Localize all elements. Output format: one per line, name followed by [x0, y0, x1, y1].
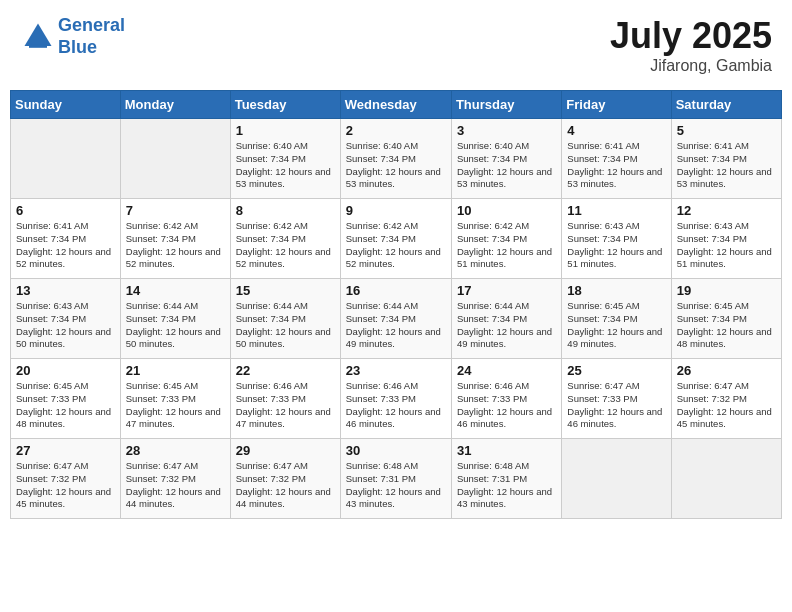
day-number: 31 — [457, 443, 556, 458]
day-number: 14 — [126, 283, 225, 298]
day-info: Sunrise: 6:43 AMSunset: 7:34 PMDaylight:… — [16, 300, 111, 349]
day-number: 9 — [346, 203, 446, 218]
day-of-week-header: Friday — [562, 91, 671, 119]
logo-general: General — [58, 15, 125, 35]
title-block: July 2025 Jifarong, Gambia — [610, 15, 772, 75]
day-number: 17 — [457, 283, 556, 298]
day-info: Sunrise: 6:41 AMSunset: 7:34 PMDaylight:… — [567, 140, 662, 189]
day-info: Sunrise: 6:45 AMSunset: 7:33 PMDaylight:… — [16, 380, 111, 429]
day-of-week-header: Tuesday — [230, 91, 340, 119]
day-number: 15 — [236, 283, 335, 298]
day-number: 20 — [16, 363, 115, 378]
day-info: Sunrise: 6:45 AMSunset: 7:34 PMDaylight:… — [567, 300, 662, 349]
day-info: Sunrise: 6:46 AMSunset: 7:33 PMDaylight:… — [346, 380, 441, 429]
day-info: Sunrise: 6:42 AMSunset: 7:34 PMDaylight:… — [457, 220, 552, 269]
calendar-week-row: 13 Sunrise: 6:43 AMSunset: 7:34 PMDaylig… — [11, 279, 782, 359]
svg-rect-1 — [29, 44, 47, 48]
day-number: 13 — [16, 283, 115, 298]
calendar-day-cell: 23 Sunrise: 6:46 AMSunset: 7:33 PMDaylig… — [340, 359, 451, 439]
day-number: 30 — [346, 443, 446, 458]
calendar-day-cell: 13 Sunrise: 6:43 AMSunset: 7:34 PMDaylig… — [11, 279, 121, 359]
calendar-day-cell: 30 Sunrise: 6:48 AMSunset: 7:31 PMDaylig… — [340, 439, 451, 519]
day-info: Sunrise: 6:41 AMSunset: 7:34 PMDaylight:… — [677, 140, 772, 189]
day-number: 24 — [457, 363, 556, 378]
day-info: Sunrise: 6:41 AMSunset: 7:34 PMDaylight:… — [16, 220, 111, 269]
calendar-day-cell: 6 Sunrise: 6:41 AMSunset: 7:34 PMDayligh… — [11, 199, 121, 279]
day-info: Sunrise: 6:48 AMSunset: 7:31 PMDaylight:… — [457, 460, 552, 509]
day-info: Sunrise: 6:42 AMSunset: 7:34 PMDaylight:… — [236, 220, 331, 269]
calendar-day-cell — [120, 119, 230, 199]
month-title: July 2025 — [610, 15, 772, 57]
day-info: Sunrise: 6:43 AMSunset: 7:34 PMDaylight:… — [567, 220, 662, 269]
day-info: Sunrise: 6:47 AMSunset: 7:32 PMDaylight:… — [16, 460, 111, 509]
page-header: General Blue July 2025 Jifarong, Gambia — [10, 10, 782, 80]
calendar-day-cell: 24 Sunrise: 6:46 AMSunset: 7:33 PMDaylig… — [451, 359, 561, 439]
calendar-day-cell: 29 Sunrise: 6:47 AMSunset: 7:32 PMDaylig… — [230, 439, 340, 519]
calendar-week-row: 1 Sunrise: 6:40 AMSunset: 7:34 PMDayligh… — [11, 119, 782, 199]
calendar-table: SundayMondayTuesdayWednesdayThursdayFrid… — [10, 90, 782, 519]
calendar-day-cell: 5 Sunrise: 6:41 AMSunset: 7:34 PMDayligh… — [671, 119, 781, 199]
day-of-week-header: Saturday — [671, 91, 781, 119]
day-number: 5 — [677, 123, 776, 138]
day-info: Sunrise: 6:46 AMSunset: 7:33 PMDaylight:… — [236, 380, 331, 429]
day-number: 22 — [236, 363, 335, 378]
day-info: Sunrise: 6:48 AMSunset: 7:31 PMDaylight:… — [346, 460, 441, 509]
day-info: Sunrise: 6:40 AMSunset: 7:34 PMDaylight:… — [457, 140, 552, 189]
day-number: 16 — [346, 283, 446, 298]
day-number: 12 — [677, 203, 776, 218]
calendar-day-cell: 22 Sunrise: 6:46 AMSunset: 7:33 PMDaylig… — [230, 359, 340, 439]
calendar-day-cell: 14 Sunrise: 6:44 AMSunset: 7:34 PMDaylig… — [120, 279, 230, 359]
calendar-day-cell: 11 Sunrise: 6:43 AMSunset: 7:34 PMDaylig… — [562, 199, 671, 279]
calendar-day-cell: 17 Sunrise: 6:44 AMSunset: 7:34 PMDaylig… — [451, 279, 561, 359]
calendar-day-cell: 20 Sunrise: 6:45 AMSunset: 7:33 PMDaylig… — [11, 359, 121, 439]
location-title: Jifarong, Gambia — [610, 57, 772, 75]
calendar-day-cell: 21 Sunrise: 6:45 AMSunset: 7:33 PMDaylig… — [120, 359, 230, 439]
day-number: 3 — [457, 123, 556, 138]
day-info: Sunrise: 6:43 AMSunset: 7:34 PMDaylight:… — [677, 220, 772, 269]
day-info: Sunrise: 6:44 AMSunset: 7:34 PMDaylight:… — [126, 300, 221, 349]
calendar-day-cell: 12 Sunrise: 6:43 AMSunset: 7:34 PMDaylig… — [671, 199, 781, 279]
calendar-day-cell: 26 Sunrise: 6:47 AMSunset: 7:32 PMDaylig… — [671, 359, 781, 439]
calendar-day-cell — [671, 439, 781, 519]
day-of-week-header: Sunday — [11, 91, 121, 119]
logo-blue: Blue — [58, 37, 97, 57]
day-number: 8 — [236, 203, 335, 218]
logo-icon — [20, 19, 56, 55]
day-info: Sunrise: 6:47 AMSunset: 7:33 PMDaylight:… — [567, 380, 662, 429]
calendar-week-row: 6 Sunrise: 6:41 AMSunset: 7:34 PMDayligh… — [11, 199, 782, 279]
day-number: 27 — [16, 443, 115, 458]
day-number: 19 — [677, 283, 776, 298]
calendar-day-cell: 3 Sunrise: 6:40 AMSunset: 7:34 PMDayligh… — [451, 119, 561, 199]
day-info: Sunrise: 6:44 AMSunset: 7:34 PMDaylight:… — [457, 300, 552, 349]
calendar-day-cell: 31 Sunrise: 6:48 AMSunset: 7:31 PMDaylig… — [451, 439, 561, 519]
day-info: Sunrise: 6:47 AMSunset: 7:32 PMDaylight:… — [126, 460, 221, 509]
day-of-week-header: Wednesday — [340, 91, 451, 119]
day-number: 18 — [567, 283, 665, 298]
day-info: Sunrise: 6:44 AMSunset: 7:34 PMDaylight:… — [346, 300, 441, 349]
day-number: 11 — [567, 203, 665, 218]
day-number: 4 — [567, 123, 665, 138]
day-info: Sunrise: 6:45 AMSunset: 7:33 PMDaylight:… — [126, 380, 221, 429]
calendar-day-cell: 9 Sunrise: 6:42 AMSunset: 7:34 PMDayligh… — [340, 199, 451, 279]
day-number: 26 — [677, 363, 776, 378]
calendar-week-row: 20 Sunrise: 6:45 AMSunset: 7:33 PMDaylig… — [11, 359, 782, 439]
calendar-day-cell: 18 Sunrise: 6:45 AMSunset: 7:34 PMDaylig… — [562, 279, 671, 359]
svg-marker-0 — [25, 23, 52, 46]
day-number: 7 — [126, 203, 225, 218]
calendar-day-cell — [11, 119, 121, 199]
calendar-header-row: SundayMondayTuesdayWednesdayThursdayFrid… — [11, 91, 782, 119]
calendar-day-cell: 25 Sunrise: 6:47 AMSunset: 7:33 PMDaylig… — [562, 359, 671, 439]
day-info: Sunrise: 6:46 AMSunset: 7:33 PMDaylight:… — [457, 380, 552, 429]
day-info: Sunrise: 6:45 AMSunset: 7:34 PMDaylight:… — [677, 300, 772, 349]
day-info: Sunrise: 6:40 AMSunset: 7:34 PMDaylight:… — [236, 140, 331, 189]
calendar-week-row: 27 Sunrise: 6:47 AMSunset: 7:32 PMDaylig… — [11, 439, 782, 519]
day-info: Sunrise: 6:44 AMSunset: 7:34 PMDaylight:… — [236, 300, 331, 349]
calendar-day-cell: 16 Sunrise: 6:44 AMSunset: 7:34 PMDaylig… — [340, 279, 451, 359]
day-of-week-header: Monday — [120, 91, 230, 119]
day-number: 28 — [126, 443, 225, 458]
calendar-day-cell: 1 Sunrise: 6:40 AMSunset: 7:34 PMDayligh… — [230, 119, 340, 199]
calendar-day-cell: 27 Sunrise: 6:47 AMSunset: 7:32 PMDaylig… — [11, 439, 121, 519]
calendar-day-cell: 28 Sunrise: 6:47 AMSunset: 7:32 PMDaylig… — [120, 439, 230, 519]
day-number: 25 — [567, 363, 665, 378]
day-info: Sunrise: 6:47 AMSunset: 7:32 PMDaylight:… — [677, 380, 772, 429]
